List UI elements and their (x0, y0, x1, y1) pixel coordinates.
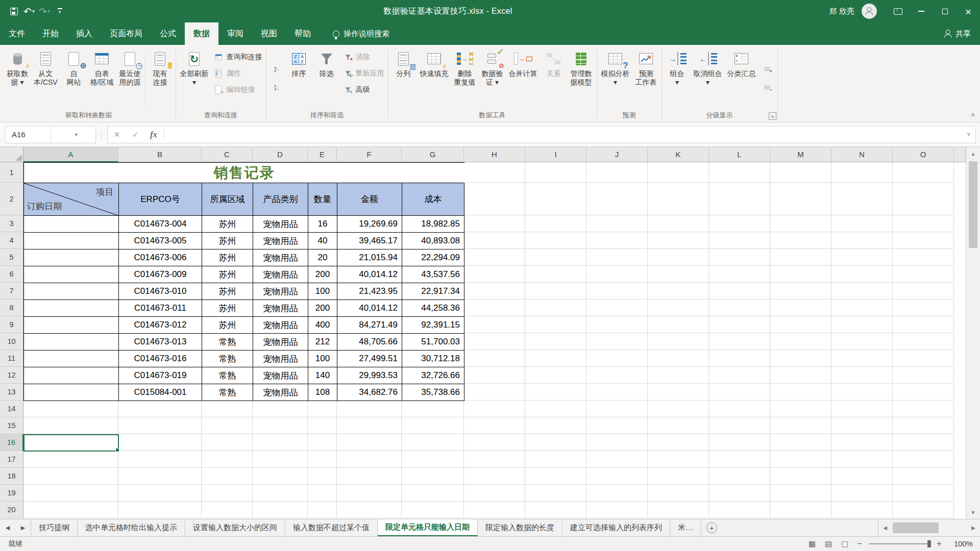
cell-B15[interactable] (118, 417, 202, 434)
share-button[interactable]: 共享 (944, 22, 971, 45)
ribbon-tab-审阅[interactable]: 审阅 (218, 22, 252, 45)
cell-O1[interactable] (893, 162, 954, 183)
cell-D16[interactable] (253, 434, 308, 451)
cell-C17[interactable] (202, 451, 253, 468)
cell-N14[interactable] (831, 400, 893, 417)
vertical-scrollbar[interactable]: ▲ ▼ (966, 147, 980, 519)
cell-G19[interactable] (402, 485, 464, 502)
cell-N9[interactable] (831, 316, 893, 333)
cell-K4[interactable] (648, 232, 709, 249)
table-cell[interactable]: 100 (308, 283, 337, 300)
name-box[interactable]: A16 ▾ (5, 126, 96, 143)
cell-O8[interactable] (893, 299, 954, 316)
cell-M3[interactable] (770, 215, 831, 232)
sheet-nav-left-button[interactable]: ◀ (0, 519, 15, 536)
cell-I3[interactable] (525, 215, 586, 232)
cell-H19[interactable] (464, 485, 525, 502)
zoom-out-button[interactable]: − (853, 539, 866, 548)
customize-qat-button[interactable]: ▾ (53, 4, 66, 19)
row-header-13[interactable]: 13 (0, 384, 23, 400)
cell-L14[interactable] (709, 400, 770, 417)
cell-J4[interactable] (586, 232, 648, 249)
sheet-tab-建立可选择输入的列表序列[interactable]: 建立可选择输入的列表序列 (562, 519, 670, 536)
cell-O15[interactable] (893, 417, 954, 434)
cell-N7[interactable] (831, 283, 893, 299)
cell-D20[interactable] (253, 502, 308, 518)
ribbon-tab-插入[interactable]: 插入 (67, 22, 101, 45)
ribbon-button-分列[interactable]: ▥分列 (390, 47, 418, 110)
cell-F19[interactable] (337, 485, 402, 502)
zoom-in-button[interactable]: + (933, 539, 945, 548)
ribbon-button-取消组合[interactable]: ←取消组合▾ (691, 47, 725, 110)
normal-view-icon[interactable]: ▦ (804, 538, 820, 550)
table-cell[interactable]: 32,726.66 (402, 367, 464, 384)
cell-N20[interactable] (831, 502, 893, 518)
cell-O5[interactable] (893, 249, 954, 266)
cell-I5[interactable] (525, 249, 586, 266)
cell-N8[interactable] (831, 299, 893, 316)
table-cell[interactable]: 常熟 (202, 384, 253, 401)
cell-J6[interactable] (586, 266, 648, 283)
cell-C15[interactable] (202, 417, 253, 434)
table-cell[interactable]: 宠物用品 (253, 216, 308, 233)
cell-I2[interactable] (525, 183, 586, 215)
cell-L12[interactable] (709, 367, 770, 384)
page-layout-view-icon[interactable]: ▤ (821, 538, 836, 550)
column-header-I[interactable]: I (525, 147, 586, 162)
row-header-9[interactable]: 9 (0, 316, 23, 333)
cell-C14[interactable] (202, 400, 253, 417)
cell-L5[interactable] (709, 249, 770, 266)
select-all-corner[interactable] (0, 147, 23, 162)
cell-C19[interactable] (202, 485, 253, 502)
cell-N10[interactable] (831, 333, 893, 350)
vertical-scrollbar-thumb[interactable] (969, 161, 977, 248)
table-cell[interactable]: 48,705.66 (337, 334, 402, 350)
cell-M6[interactable] (770, 266, 831, 283)
table-cell[interactable]: 40,893.08 (402, 233, 464, 249)
row-header-2[interactable]: 2 (0, 183, 23, 215)
cell-O17[interactable] (893, 451, 954, 468)
ribbon-button-从文本/CSV[interactable]: 从文本/CSV (31, 47, 60, 110)
cell-H18[interactable] (464, 468, 525, 485)
cell-F15[interactable] (337, 417, 402, 434)
table-cell[interactable]: 21,423.95 (337, 283, 402, 300)
cell-H17[interactable] (464, 451, 525, 468)
cell-N6[interactable] (831, 266, 893, 283)
cell-O3[interactable] (893, 215, 954, 232)
cell-N4[interactable] (831, 232, 893, 249)
cell-O16[interactable] (893, 434, 954, 451)
scroll-right-icon[interactable]: ▶ (967, 519, 980, 536)
horizontal-scrollbar-thumb[interactable] (893, 522, 939, 533)
cell-H10[interactable] (464, 333, 525, 350)
formula-input[interactable] (165, 127, 962, 143)
table-cell-A13[interactable] (24, 384, 119, 401)
cell-J7[interactable] (586, 283, 648, 299)
column-header-B[interactable]: B (118, 147, 202, 162)
cell-C16[interactable] (202, 434, 253, 451)
ribbon-display-options-button[interactable] (886, 0, 910, 22)
scroll-down-icon[interactable]: ▼ (966, 506, 980, 519)
minimize-button[interactable] (910, 0, 933, 22)
table-cell-A3[interactable] (24, 216, 119, 233)
cell-N12[interactable] (831, 367, 893, 384)
column-header-A[interactable]: A (23, 147, 118, 162)
ribbon-button-自网站[interactable]: ⊕自网站 (60, 47, 88, 110)
cell-D18[interactable] (253, 468, 308, 485)
cell-O13[interactable] (893, 384, 954, 400)
cell-G18[interactable] (402, 468, 464, 485)
cell-M11[interactable] (770, 350, 831, 367)
cell-K19[interactable] (648, 485, 709, 502)
cell-A19[interactable] (23, 485, 118, 502)
table-cell[interactable]: 40,014.12 (337, 300, 402, 317)
cell-B20[interactable] (118, 502, 202, 518)
row-header-4[interactable]: 4 (0, 232, 23, 249)
column-header-G[interactable]: G (402, 147, 464, 162)
cell-L10[interactable] (709, 333, 770, 350)
cell-H5[interactable] (464, 249, 525, 266)
cell-E18[interactable] (308, 468, 337, 485)
ribbon-button-模拟分析[interactable]: ?模拟分析▾ (599, 47, 632, 110)
table-cell-A10[interactable] (24, 334, 119, 350)
dialog-launcher-icon[interactable]: ↘ (769, 112, 776, 120)
cell-K11[interactable] (648, 350, 709, 367)
cell-N15[interactable] (831, 417, 893, 434)
